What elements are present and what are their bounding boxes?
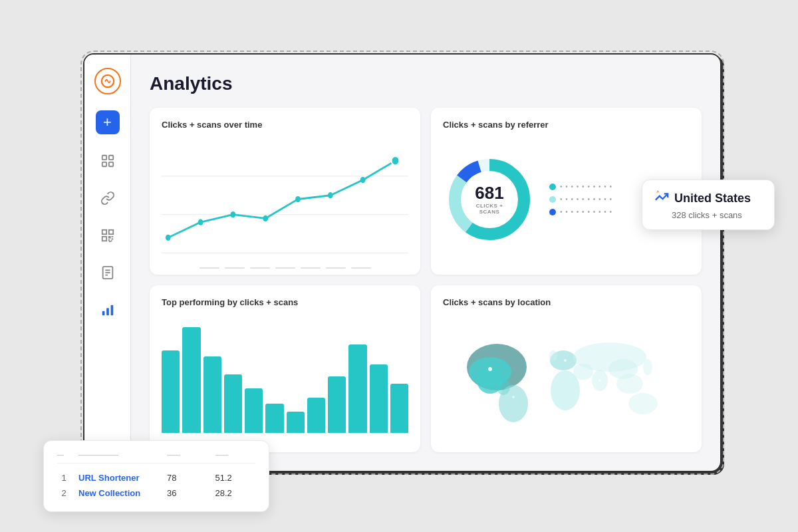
svg-point-46 — [564, 359, 567, 362]
svg-point-45 — [488, 367, 492, 371]
svg-point-33 — [499, 385, 528, 422]
col-header-num: — — [57, 452, 70, 459]
sidebar-item-analytics[interactable] — [97, 299, 118, 321]
line-chart-title: Clicks + scans over time — [162, 120, 408, 130]
sidebar-item-qr[interactable] — [97, 225, 118, 246]
bar-5 — [245, 388, 263, 433]
svg-rect-12 — [102, 311, 104, 315]
svg-rect-5 — [102, 230, 106, 234]
row-1-num: 1 — [57, 473, 70, 483]
bar-chart-area — [162, 315, 408, 438]
table-card: — —————— —— —— 1 URL Shortener 78 51.2 2… — [43, 440, 269, 512]
col-header-clicks: —— — [167, 452, 207, 459]
main-content: Analytics Clicks + scans over time — [131, 55, 720, 471]
app-window: + — [83, 53, 722, 472]
map-chart-card: Clicks + scans by location — [431, 285, 702, 452]
svg-rect-4 — [108, 162, 112, 166]
svg-rect-6 — [108, 230, 112, 234]
legend-dot-1 — [549, 184, 556, 190]
svg-rect-3 — [102, 162, 106, 166]
col-header-ctr: —— — [215, 452, 256, 459]
table-row-2: 2 New Collection 36 28.2 — [57, 485, 255, 501]
svg-rect-13 — [106, 308, 109, 315]
bar-2 — [182, 327, 200, 433]
svg-point-43 — [549, 350, 557, 361]
bar-7 — [287, 412, 305, 433]
charts-grid: Clicks + scans over time — [150, 108, 702, 452]
donut-center: 681 CLICKS + SCANS — [466, 184, 513, 215]
bar-11 — [370, 364, 388, 433]
legend-text-2: • • • • • • • • • • — [560, 196, 612, 203]
tooltip-united-states: United States 328 clicks + scans — [642, 180, 775, 230]
bar-3 — [203, 356, 221, 433]
bar-chart-title: Top performing by clicks + scans — [162, 297, 408, 307]
sidebar-item-dashboard[interactable] — [97, 150, 118, 172]
svg-point-20 — [230, 211, 235, 217]
page-title: Analytics — [150, 73, 702, 94]
x-axis — [162, 267, 408, 269]
tooltip-country-name: United States — [674, 192, 751, 205]
donut-total: 681 — [466, 184, 513, 201]
trending-icon — [654, 190, 669, 207]
donut-wrapper: 681 CLICKS + SCANS — [443, 153, 536, 246]
sidebar-item-pages[interactable] — [97, 262, 118, 283]
svg-point-24 — [360, 177, 366, 183]
add-button[interactable]: + — [96, 110, 120, 134]
svg-point-18 — [166, 235, 171, 241]
main-container: + — [50, 33, 748, 499]
legend-text-1: • • • • • • • • • • — [560, 183, 612, 190]
bar-chart-card: Top performing by clicks + scans — [150, 285, 420, 452]
svg-point-22 — [295, 196, 301, 202]
legend-item-3: • • • • • • • • • • — [549, 208, 612, 215]
bar-12 — [390, 384, 408, 433]
legend-item-1: • • • • • • • • • • — [549, 183, 612, 190]
bar-6 — [265, 404, 283, 433]
map-area — [443, 315, 690, 438]
svg-point-47 — [598, 379, 601, 382]
bar-1 — [162, 350, 180, 433]
row-2-name[interactable]: New Collection — [78, 488, 159, 498]
row-2-clicks: 36 — [167, 488, 207, 498]
svg-point-19 — [198, 219, 203, 225]
sidebar: + — [84, 55, 131, 471]
donut-legend: • • • • • • • • • • • • • • • • • • • • … — [549, 183, 612, 215]
row-2-ctr: 28.2 — [215, 488, 256, 498]
svg-rect-7 — [102, 237, 106, 241]
bar-10 — [348, 344, 366, 433]
row-1-name[interactable]: URL Shortener — [78, 473, 159, 483]
legend-text-3: • • • • • • • • • • — [560, 208, 612, 215]
svg-rect-2 — [108, 156, 112, 160]
line-chart-area — [162, 138, 408, 261]
tooltip-header: United States — [654, 190, 762, 207]
svg-point-23 — [328, 192, 333, 198]
row-2-num: 2 — [57, 488, 70, 498]
line-chart-card: Clicks + scans over time — [150, 108, 420, 275]
col-header-name: —————— — [78, 452, 159, 459]
legend-dot-3 — [549, 209, 556, 215]
legend-item-2: • • • • • • • • • • — [549, 196, 612, 203]
table-row-1: 1 URL Shortener 78 51.2 — [57, 470, 255, 485]
svg-point-48 — [512, 396, 515, 398]
svg-point-41 — [643, 359, 652, 375]
row-1-clicks: 78 — [167, 473, 207, 483]
table-header: — —————— —— —— — [57, 452, 255, 464]
svg-rect-1 — [102, 156, 106, 160]
svg-point-44 — [469, 357, 511, 386]
logo — [94, 68, 121, 94]
svg-point-21 — [263, 215, 268, 221]
bar-9 — [328, 376, 346, 433]
donut-chart-title: Clicks + scans by referrer — [443, 120, 690, 130]
bar-4 — [224, 374, 242, 434]
legend-dot-2 — [549, 196, 556, 203]
map-chart-title: Clicks + scans by location — [443, 297, 690, 307]
tooltip-clicks-count: 328 clicks + scans — [672, 210, 762, 220]
svg-point-42 — [628, 393, 658, 414]
sidebar-item-links[interactable] — [97, 188, 118, 209]
donut-label: CLICKS + SCANS — [466, 203, 513, 215]
row-1-ctr: 51.2 — [215, 473, 256, 483]
svg-point-25 — [392, 156, 400, 166]
bar-8 — [307, 398, 325, 433]
svg-point-37 — [573, 364, 593, 380]
svg-point-40 — [608, 359, 638, 379]
svg-rect-14 — [110, 305, 113, 316]
